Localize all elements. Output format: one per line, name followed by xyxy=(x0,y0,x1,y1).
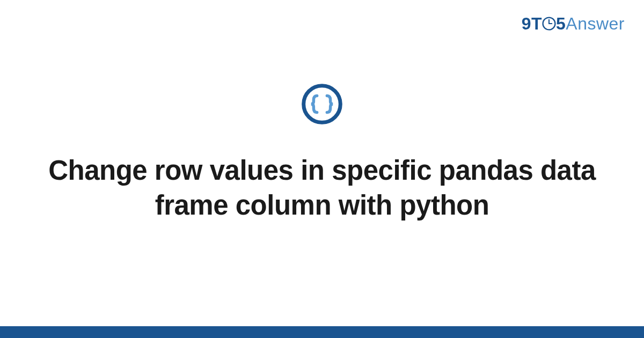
logo-part-answer: Answer xyxy=(566,14,625,33)
svg-point-3 xyxy=(304,86,341,123)
code-braces-icon xyxy=(301,83,343,125)
site-logo: 9T5Answer xyxy=(522,14,625,34)
logo-part-t: T xyxy=(531,14,542,33)
logo-part-9: 9 xyxy=(522,14,531,33)
footer-bar xyxy=(0,326,644,338)
clock-icon xyxy=(542,17,556,31)
page-title: Change row values in specific pandas dat… xyxy=(32,153,612,223)
logo-part-5: 5 xyxy=(556,14,566,33)
